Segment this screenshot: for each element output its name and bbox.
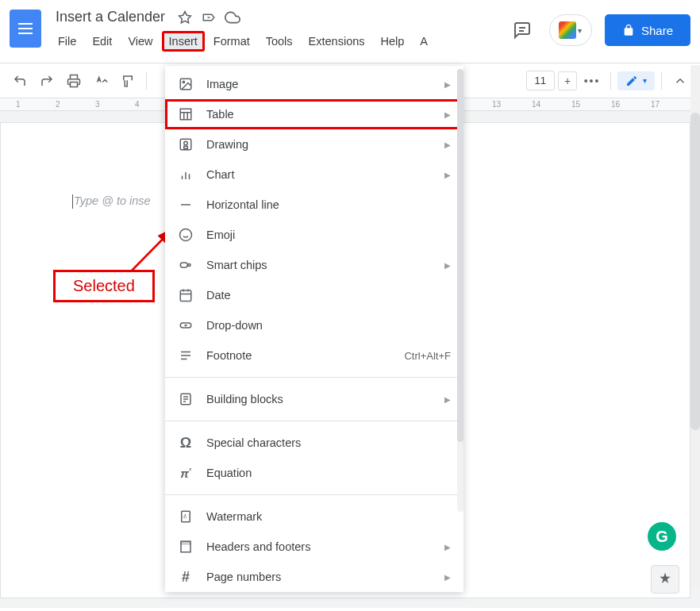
ruler-tick: 4 [135, 100, 140, 109]
menu-item-label: Equation [206, 467, 451, 479]
placeholder-text: Type @ to inse [74, 194, 151, 207]
move-icon[interactable] [200, 9, 217, 26]
insert-menu-date[interactable]: Date [165, 280, 463, 310]
cloud-icon[interactable] [224, 9, 241, 26]
menu-item-label: Headers and footers [206, 540, 432, 553]
insert-menu-footnote[interactable]: FootnoteCtrl+Alt+F [165, 340, 463, 371]
docs-logo[interactable] [10, 10, 41, 48]
svg-rect-38 [181, 541, 190, 544]
menu-item-label: Smart chips [206, 259, 432, 271]
insert-menu-drop-down[interactable]: Drop-down [165, 310, 463, 340]
svg-point-13 [184, 141, 188, 145]
star-icon[interactable] [176, 9, 194, 26]
menu-help[interactable]: Help [374, 31, 412, 52]
svg-marker-0 [179, 11, 191, 22]
vertical-scrollbar[interactable] [690, 65, 700, 589]
dropdown-icon [178, 317, 194, 333]
comments-button[interactable] [508, 16, 537, 44]
blocks-icon [178, 391, 194, 407]
menu-item-label: Emoji [206, 229, 451, 241]
ruler-tick: 13 [492, 100, 501, 109]
editing-mode-button[interactable]: ▾ [617, 71, 655, 90]
menu-extensions[interactable]: Extensions [302, 31, 372, 52]
insert-menu-headers-and-footers[interactable]: Headers and footers▶ [165, 532, 463, 562]
insert-menu-emoji[interactable]: Emoji [165, 220, 463, 250]
grammarly-badge[interactable]: G [648, 522, 676, 551]
line-icon [178, 197, 194, 213]
insert-menu-table[interactable]: Table▶ [165, 99, 463, 129]
ruler-tick: 15 [571, 100, 580, 109]
share-button[interactable]: Share [605, 14, 690, 46]
menu-view[interactable]: View [121, 31, 160, 52]
menu-divider [165, 494, 463, 495]
meet-icon [559, 21, 576, 39]
submenu-arrow-icon: ▶ [444, 171, 451, 179]
svg-rect-24 [180, 290, 191, 302]
print-button[interactable] [62, 69, 86, 93]
footnote-icon [178, 348, 194, 363]
svg-point-7 [183, 81, 184, 83]
menu-item-label: Footnote [206, 349, 391, 362]
menu-item-label: Drawing [206, 138, 432, 151]
submenu-arrow-icon: ▶ [444, 140, 451, 149]
headers-icon [178, 539, 194, 555]
insert-menu-drawing[interactable]: Drawing▶ [165, 129, 463, 159]
submenu-arrow-icon: ▶ [444, 573, 451, 582]
menu-item-label: Page numbers [206, 571, 432, 583]
explore-button[interactable] [651, 565, 679, 594]
ruler-tick: 1 [16, 100, 21, 109]
insert-menu-building-blocks[interactable]: Building blocks▶ [165, 384, 463, 414]
undo-button[interactable] [8, 69, 32, 93]
menu-a[interactable]: A [413, 31, 435, 52]
collapse-button[interactable] [668, 69, 692, 93]
insert-menu-horizontal-line[interactable]: Horizontal line [165, 190, 463, 220]
menu-tools[interactable]: Tools [259, 31, 300, 52]
insert-menu-watermark[interactable]: Watermark [165, 501, 463, 532]
pagenum-icon: # [178, 569, 194, 585]
submenu-arrow-icon: ▶ [444, 261, 451, 270]
menu-file[interactable]: File [51, 31, 83, 52]
menu-item-label: Date [206, 289, 451, 302]
redo-button[interactable] [35, 69, 59, 93]
menu-divider [165, 377, 463, 378]
submenu-arrow-icon: ▶ [444, 80, 451, 89]
menu-item-label: Chart [206, 168, 432, 181]
omega-icon: Ω [178, 435, 194, 451]
document-title[interactable]: Insert a Calender [51, 6, 170, 28]
ruler-tick: 14 [532, 100, 540, 109]
dropdown-scrollbar[interactable] [457, 69, 463, 512]
ruler-tick: 17 [651, 100, 660, 109]
chart-icon [178, 167, 194, 183]
menu-format[interactable]: Format [206, 31, 257, 52]
ruler-tick: 2 [56, 100, 60, 109]
insert-menu-smart-chips[interactable]: Smart chips▶ [165, 250, 463, 280]
emoji-icon [178, 227, 194, 243]
submenu-arrow-icon: ▶ [444, 395, 451, 404]
menu-edit[interactable]: Edit [85, 31, 119, 52]
paint-format-button[interactable] [116, 69, 140, 93]
annotation-selected-label: Selected [53, 270, 155, 302]
menu-item-label: Image [206, 78, 432, 90]
spellcheck-button[interactable] [89, 69, 113, 93]
font-size-increase[interactable]: + [558, 71, 577, 90]
svg-rect-36 [182, 511, 190, 522]
ruler-tick: 3 [95, 100, 100, 109]
menu-item-label: Drop-down [206, 319, 451, 332]
menu-insert[interactable]: Insert [162, 31, 205, 52]
menu-item-label: Special characters [206, 436, 451, 449]
menu-item-label: Watermark [206, 510, 451, 523]
date-icon [178, 287, 194, 303]
insert-menu-equation[interactable]: π²Equation [165, 458, 463, 488]
insert-menu-chart[interactable]: Chart▶ [165, 159, 463, 190]
insert-menu-special-characters[interactable]: ΩSpecial characters [165, 428, 463, 458]
meet-button[interactable]: ▾ [549, 14, 592, 46]
insert-menu-image[interactable]: Image▶ [165, 69, 463, 99]
more-options[interactable]: ••• [580, 69, 604, 93]
svg-rect-3 [71, 82, 78, 86]
table-icon [178, 106, 194, 122]
submenu-arrow-icon: ▶ [444, 110, 451, 119]
insert-menu-page-numbers[interactable]: #Page numbers▶ [165, 562, 463, 592]
image-icon [178, 76, 194, 92]
equation-icon: π² [178, 465, 194, 481]
font-size-input[interactable]: 11 [526, 71, 555, 90]
